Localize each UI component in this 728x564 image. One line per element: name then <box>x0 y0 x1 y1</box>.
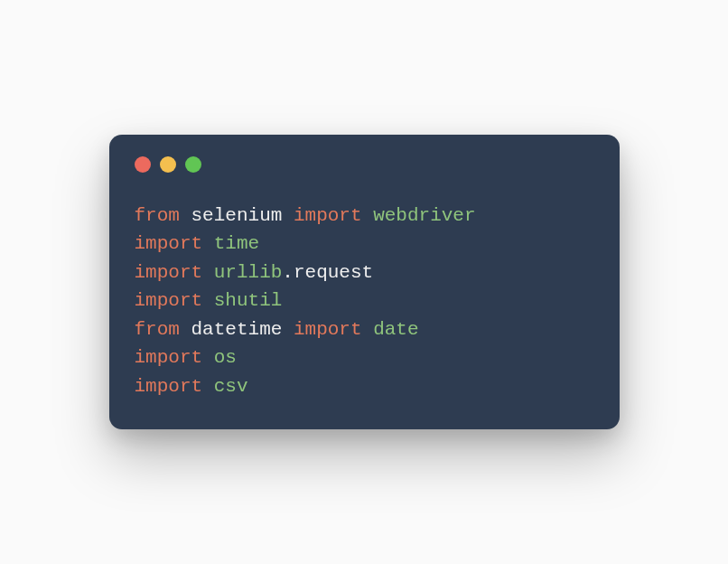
code-token-module: os <box>214 347 237 368</box>
code-line: import shutil <box>135 287 594 315</box>
code-token-module: date <box>373 319 418 340</box>
close-icon[interactable] <box>135 156 151 173</box>
code-token-keyword: from <box>135 319 191 340</box>
traffic-lights <box>135 156 594 173</box>
code-token-keyword: import <box>135 233 214 254</box>
code-token-module: shutil <box>214 290 283 311</box>
code-block: from selenium import webdriverimport tim… <box>135 202 594 401</box>
code-token-module: webdriver <box>373 205 475 226</box>
code-line: import csv <box>135 372 594 401</box>
code-token-plain: selenium <box>191 205 294 226</box>
code-line: import urllib.request <box>135 258 594 287</box>
code-line: import os <box>135 343 594 372</box>
code-token-keyword: import <box>294 319 373 340</box>
code-token-keyword: import <box>135 347 214 368</box>
code-line: import time <box>135 230 594 258</box>
code-token-module: csv <box>214 376 248 397</box>
maximize-icon[interactable] <box>185 156 201 173</box>
code-token-keyword: import <box>135 262 214 283</box>
code-token-plain: .request <box>282 262 373 283</box>
minimize-icon[interactable] <box>160 156 176 173</box>
code-line: from datetime import date <box>135 315 594 344</box>
code-token-module: urllib <box>214 262 283 283</box>
code-token-keyword: from <box>135 205 191 226</box>
code-token-plain: datetime <box>191 319 294 340</box>
code-token-module: time <box>214 233 259 254</box>
code-token-keyword: import <box>294 205 373 226</box>
code-window: from selenium import webdriverimport tim… <box>109 135 620 430</box>
code-token-keyword: import <box>135 290 214 311</box>
code-line: from selenium import webdriver <box>135 202 594 230</box>
code-token-keyword: import <box>135 376 214 397</box>
